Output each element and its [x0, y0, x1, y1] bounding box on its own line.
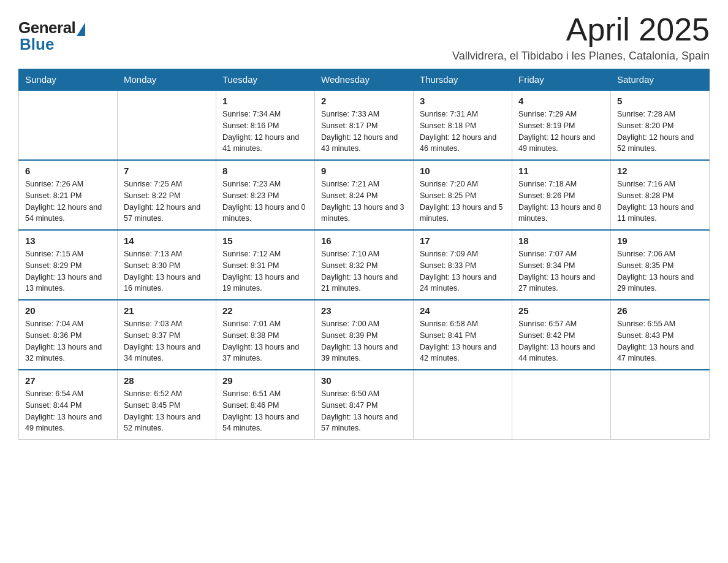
- calendar-cell: 9Sunrise: 7:21 AMSunset: 8:24 PMDaylight…: [315, 160, 414, 230]
- location-title: Vallvidrera, el Tibidabo i les Planes, C…: [452, 50, 710, 63]
- day-number: 6: [25, 166, 111, 176]
- logo-blue-text: Blue: [18, 35, 54, 54]
- logo-triangle-icon: [77, 23, 85, 36]
- calendar-cell: 27Sunrise: 6:54 AMSunset: 8:44 PMDayligh…: [19, 370, 118, 440]
- calendar-cell: 4Sunrise: 7:29 AMSunset: 8:19 PMDaylight…: [512, 90, 611, 160]
- day-info: Sunrise: 7:23 AMSunset: 8:23 PMDaylight:…: [222, 178, 308, 224]
- calendar-cell: 10Sunrise: 7:20 AMSunset: 8:25 PMDayligh…: [414, 160, 512, 230]
- day-info: Sunrise: 7:00 AMSunset: 8:39 PMDaylight:…: [321, 318, 407, 364]
- day-number: 4: [518, 96, 604, 106]
- day-info: Sunrise: 6:58 AMSunset: 8:41 PMDaylight:…: [420, 318, 506, 364]
- day-info: Sunrise: 7:16 AMSunset: 8:28 PMDaylight:…: [617, 178, 703, 224]
- day-number: 21: [124, 305, 210, 316]
- calendar-cell: 12Sunrise: 7:16 AMSunset: 8:28 PMDayligh…: [611, 160, 710, 230]
- day-info: Sunrise: 6:51 AMSunset: 8:46 PMDaylight:…: [222, 388, 308, 434]
- day-number: 12: [617, 166, 703, 176]
- calendar-cell: 25Sunrise: 6:57 AMSunset: 8:42 PMDayligh…: [512, 300, 611, 370]
- day-number: 2: [321, 96, 407, 106]
- day-number: 30: [321, 375, 407, 386]
- calendar-cell: 26Sunrise: 6:55 AMSunset: 8:43 PMDayligh…: [611, 300, 710, 370]
- day-number: 1: [222, 96, 308, 106]
- day-number: 11: [518, 166, 604, 176]
- weekday-header: Thursday: [414, 69, 512, 91]
- day-info: Sunrise: 6:52 AMSunset: 8:45 PMDaylight:…: [124, 388, 210, 434]
- day-info: Sunrise: 7:13 AMSunset: 8:30 PMDaylight:…: [124, 248, 210, 294]
- calendar-cell: [512, 370, 611, 440]
- day-info: Sunrise: 6:55 AMSunset: 8:43 PMDaylight:…: [617, 318, 703, 364]
- day-info: Sunrise: 7:01 AMSunset: 8:38 PMDaylight:…: [222, 318, 308, 364]
- month-title: April 2025: [452, 12, 710, 47]
- day-info: Sunrise: 7:34 AMSunset: 8:16 PMDaylight:…: [222, 109, 308, 155]
- day-number: 5: [617, 96, 703, 106]
- day-info: Sunrise: 7:07 AMSunset: 8:34 PMDaylight:…: [518, 248, 604, 294]
- day-info: Sunrise: 7:25 AMSunset: 8:22 PMDaylight:…: [124, 178, 210, 224]
- day-info: Sunrise: 7:09 AMSunset: 8:33 PMDaylight:…: [420, 248, 506, 294]
- day-number: 19: [617, 236, 703, 246]
- calendar-table: SundayMondayTuesdayWednesdayThursdayFrid…: [18, 69, 710, 440]
- weekday-header: Sunday: [19, 69, 118, 91]
- day-info: Sunrise: 7:18 AMSunset: 8:26 PMDaylight:…: [518, 178, 604, 224]
- weekday-header: Saturday: [611, 69, 710, 91]
- day-info: Sunrise: 7:21 AMSunset: 8:24 PMDaylight:…: [321, 178, 407, 224]
- calendar-cell: 20Sunrise: 7:04 AMSunset: 8:36 PMDayligh…: [19, 300, 118, 370]
- day-number: 8: [222, 166, 308, 176]
- day-info: Sunrise: 7:10 AMSunset: 8:32 PMDaylight:…: [321, 248, 407, 294]
- day-info: Sunrise: 7:28 AMSunset: 8:20 PMDaylight:…: [617, 109, 703, 155]
- calendar-cell: 30Sunrise: 6:50 AMSunset: 8:47 PMDayligh…: [315, 370, 414, 440]
- weekday-header: Monday: [118, 69, 216, 91]
- logo: General Blue: [18, 18, 85, 54]
- day-number: 17: [420, 236, 506, 246]
- calendar-cell: 18Sunrise: 7:07 AMSunset: 8:34 PMDayligh…: [512, 230, 611, 300]
- day-number: 9: [321, 166, 407, 176]
- calendar-cell: [611, 370, 710, 440]
- day-number: 16: [321, 236, 407, 246]
- day-info: Sunrise: 7:03 AMSunset: 8:37 PMDaylight:…: [124, 318, 210, 364]
- day-info: Sunrise: 6:57 AMSunset: 8:42 PMDaylight:…: [518, 318, 604, 364]
- calendar-cell: 21Sunrise: 7:03 AMSunset: 8:37 PMDayligh…: [118, 300, 216, 370]
- day-number: 29: [222, 375, 308, 386]
- day-number: 25: [518, 305, 604, 316]
- header: General Blue April 2025 Vallvidrera, el …: [18, 12, 710, 63]
- calendar-cell: 8Sunrise: 7:23 AMSunset: 8:23 PMDaylight…: [216, 160, 315, 230]
- day-info: Sunrise: 6:54 AMSunset: 8:44 PMDaylight:…: [25, 388, 111, 434]
- day-number: 22: [222, 305, 308, 316]
- calendar-cell: 15Sunrise: 7:12 AMSunset: 8:31 PMDayligh…: [216, 230, 315, 300]
- week-row: 20Sunrise: 7:04 AMSunset: 8:36 PMDayligh…: [19, 300, 710, 370]
- day-number: 15: [222, 236, 308, 246]
- day-info: Sunrise: 7:20 AMSunset: 8:25 PMDaylight:…: [420, 178, 506, 224]
- calendar-cell: [19, 90, 118, 160]
- day-info: Sunrise: 7:12 AMSunset: 8:31 PMDaylight:…: [222, 248, 308, 294]
- week-row: 6Sunrise: 7:26 AMSunset: 8:21 PMDaylight…: [19, 160, 710, 230]
- day-number: 26: [617, 305, 703, 316]
- title-area: April 2025 Vallvidrera, el Tibidabo i le…: [452, 12, 710, 63]
- calendar-cell: [414, 370, 512, 440]
- day-number: 7: [124, 166, 210, 176]
- day-number: 23: [321, 305, 407, 316]
- day-number: 28: [124, 375, 210, 386]
- calendar-cell: 3Sunrise: 7:31 AMSunset: 8:18 PMDaylight…: [414, 90, 512, 160]
- calendar-cell: 6Sunrise: 7:26 AMSunset: 8:21 PMDaylight…: [19, 160, 118, 230]
- day-info: Sunrise: 6:50 AMSunset: 8:47 PMDaylight:…: [321, 388, 407, 434]
- calendar-cell: 17Sunrise: 7:09 AMSunset: 8:33 PMDayligh…: [414, 230, 512, 300]
- day-number: 24: [420, 305, 506, 316]
- day-info: Sunrise: 7:29 AMSunset: 8:19 PMDaylight:…: [518, 109, 604, 155]
- weekday-header: Friday: [512, 69, 611, 91]
- week-row: 13Sunrise: 7:15 AMSunset: 8:29 PMDayligh…: [19, 230, 710, 300]
- calendar-cell: 28Sunrise: 6:52 AMSunset: 8:45 PMDayligh…: [118, 370, 216, 440]
- calendar-cell: 29Sunrise: 6:51 AMSunset: 8:46 PMDayligh…: [216, 370, 315, 440]
- calendar-cell: 14Sunrise: 7:13 AMSunset: 8:30 PMDayligh…: [118, 230, 216, 300]
- week-row: 1Sunrise: 7:34 AMSunset: 8:16 PMDaylight…: [19, 90, 710, 160]
- day-number: 18: [518, 236, 604, 246]
- calendar-cell: 22Sunrise: 7:01 AMSunset: 8:38 PMDayligh…: [216, 300, 315, 370]
- calendar-cell: 2Sunrise: 7:33 AMSunset: 8:17 PMDaylight…: [315, 90, 414, 160]
- calendar-cell: 23Sunrise: 7:00 AMSunset: 8:39 PMDayligh…: [315, 300, 414, 370]
- day-info: Sunrise: 7:15 AMSunset: 8:29 PMDaylight:…: [25, 248, 111, 294]
- calendar-header-row: SundayMondayTuesdayWednesdayThursdayFrid…: [19, 69, 710, 91]
- day-number: 14: [124, 236, 210, 246]
- day-number: 10: [420, 166, 506, 176]
- day-number: 3: [420, 96, 506, 106]
- day-number: 13: [25, 236, 111, 246]
- day-info: Sunrise: 7:26 AMSunset: 8:21 PMDaylight:…: [25, 178, 111, 224]
- day-number: 20: [25, 305, 111, 316]
- day-info: Sunrise: 7:06 AMSunset: 8:35 PMDaylight:…: [617, 248, 703, 294]
